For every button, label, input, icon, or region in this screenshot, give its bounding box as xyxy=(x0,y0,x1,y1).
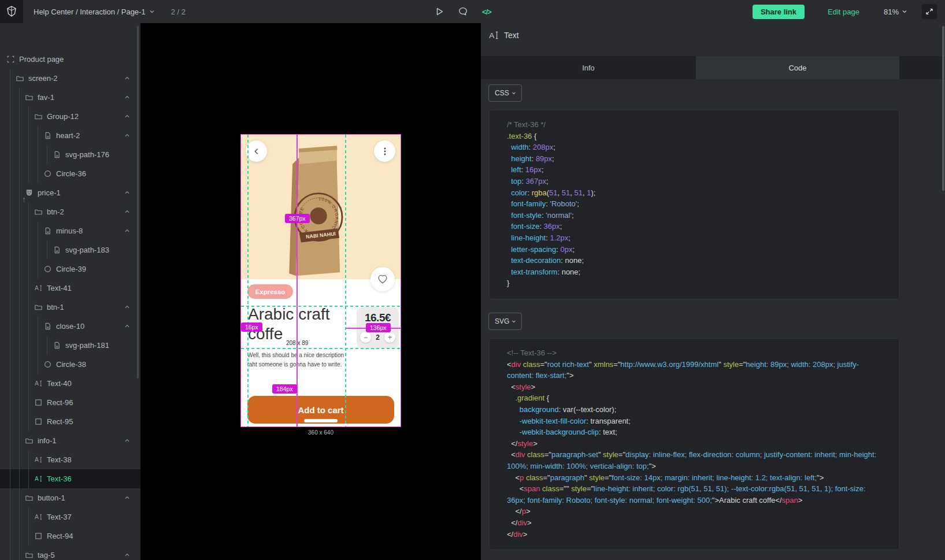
code-icon[interactable]: </> xyxy=(480,5,494,18)
sidebar-scrollbar[interactable] xyxy=(137,26,139,379)
code-line: <span class="" style="line-height: inher… xyxy=(507,483,885,506)
panel-title: Text xyxy=(504,31,519,40)
design-canvas[interactable]: 100% ORGANIC COLOMBIA COFFEE NABI NAHUI … xyxy=(140,23,481,560)
layer-row-Group-12[interactable]: Group-12 xyxy=(0,107,140,126)
tree-indent-line xyxy=(24,469,34,488)
text-icon: A xyxy=(34,474,43,484)
chevron-up-icon[interactable] xyxy=(123,303,132,312)
chevron-up-icon[interactable] xyxy=(123,207,132,217)
quantity-stepper: − 2 + xyxy=(357,332,399,343)
artboard-screen[interactable]: 100% ORGANIC COLOMBIA COFFEE NABI NAHUI … xyxy=(241,135,401,427)
chevron-up-icon[interactable] xyxy=(123,436,132,446)
product-title[interactable]: Arabic craft coffe xyxy=(248,305,350,343)
layer-row-tag-5[interactable]: tag-5 xyxy=(0,546,140,560)
tree-indent-line xyxy=(15,202,24,221)
folder-icon xyxy=(24,494,34,503)
folder-icon xyxy=(34,207,43,217)
layer-row-btn-1[interactable]: btn-1 xyxy=(0,298,140,317)
layer-row-Rect-95[interactable]: Rect-95 xyxy=(0,412,140,431)
layer-row-btn-2[interactable]: btn-2 xyxy=(0,202,140,221)
layer-row-svg-path-181[interactable]: svg-path-181 xyxy=(0,336,140,355)
breadcrumb[interactable]: Help Center / Interaction / Page-1 xyxy=(34,8,146,16)
layer-row-Text-40[interactable]: AText-40 xyxy=(0,374,140,393)
layer-row-heart-2[interactable]: heart-2 xyxy=(0,126,140,145)
chevron-up-icon[interactable] xyxy=(123,74,132,83)
layer-row-Rect-96[interactable]: Rect-96 xyxy=(0,393,140,412)
layer-row-fav-1[interactable]: fav-1 xyxy=(0,88,140,107)
tree-indent-line xyxy=(15,240,24,259)
css-language-select[interactable]: CSS xyxy=(488,84,522,102)
add-to-cart-button[interactable]: Add to cart xyxy=(247,396,394,424)
panel-scrollbar[interactable] xyxy=(942,26,944,191)
quantity-plus-button[interactable]: + xyxy=(384,332,395,343)
layer-row-Text-37[interactable]: AText-37 xyxy=(0,507,140,526)
app-logo-icon[interactable] xyxy=(0,0,23,23)
code-line: font-style: 'normal'; xyxy=(507,210,885,221)
layer-label: svg-path-181 xyxy=(65,341,109,350)
svg-language-select[interactable]: SVG xyxy=(488,313,522,330)
chevron-up-icon[interactable] xyxy=(123,131,132,140)
svg-text:A: A xyxy=(34,380,38,387)
tree-indent-line xyxy=(24,107,34,126)
layer-row-Text-38[interactable]: AText-38 xyxy=(0,450,140,469)
layer-row-info-1[interactable]: info-1 xyxy=(0,431,140,450)
chevron-up-icon[interactable] xyxy=(123,551,132,560)
layer-row-screen-2[interactable]: screen-2 xyxy=(0,69,140,88)
breadcrumb-chevron-down-icon[interactable] xyxy=(148,8,156,16)
code-line: color: rgba(51, 51, 51, 1); xyxy=(507,187,885,199)
layer-label: svg-path-183 xyxy=(65,246,109,254)
layer-row-svg-path-183[interactable]: svg-path-183 xyxy=(0,240,140,259)
layer-row-price-1[interactable]: price-1 xyxy=(0,183,140,202)
chevron-up-icon[interactable] xyxy=(123,112,132,121)
edit-page-link[interactable]: Edit page xyxy=(828,8,859,16)
folder-icon xyxy=(24,436,34,446)
quantity-minus-button[interactable]: − xyxy=(360,332,371,343)
svg-code-block: <!-- Text-36 --><div class="root rich-te… xyxy=(489,338,899,550)
more-menu-button[interactable] xyxy=(374,140,395,162)
favorite-button[interactable] xyxy=(370,267,395,291)
layer-row-button-1[interactable]: button-1 xyxy=(0,488,140,507)
layer-row-minus-8[interactable]: minus-8 xyxy=(0,221,140,240)
page-counter: 2 / 2 xyxy=(171,8,186,16)
chevron-up-icon[interactable] xyxy=(123,322,132,331)
code-line: height: 89px; xyxy=(507,153,885,165)
layer-label: screen-2 xyxy=(28,74,58,83)
code-line: } xyxy=(507,277,885,289)
tree-indent-line xyxy=(24,374,34,393)
layer-row-Text-36[interactable]: AText-36 xyxy=(0,469,140,488)
layer-row-Circle-39[interactable]: Circle-39 xyxy=(0,259,140,279)
chevron-up-icon[interactable] xyxy=(123,494,132,503)
layer-label: Text-41 xyxy=(47,284,72,292)
tab-code[interactable]: Code xyxy=(696,56,899,79)
layer-row-Circle-36[interactable]: Circle-36 xyxy=(0,164,140,183)
tab-info[interactable]: Info xyxy=(481,56,696,79)
layer-row-close-10[interactable]: close-10 xyxy=(0,317,140,336)
layer-row-Circle-38[interactable]: Circle-38 xyxy=(0,355,140,374)
tree-indent-line xyxy=(15,374,24,393)
chevron-up-icon[interactable] xyxy=(123,188,132,198)
layer-row-svg-path-176[interactable]: svg-path-176 xyxy=(0,145,140,164)
chevron-up-icon[interactable] xyxy=(123,93,132,102)
layer-row-Rect-94[interactable]: Rect-94 xyxy=(0,526,140,546)
back-button[interactable] xyxy=(246,140,267,162)
tree-indent-line xyxy=(6,450,15,469)
tree-indent-line xyxy=(24,412,34,431)
description-line-1: Well, this should be a nice description xyxy=(247,351,344,360)
tree-indent-line xyxy=(6,317,15,336)
play-icon[interactable] xyxy=(432,5,446,18)
code-line: <!-- Text-36 --> xyxy=(507,347,885,359)
product-description: Well, this should be a nice description … xyxy=(247,351,344,369)
tree-indent-line xyxy=(6,145,15,164)
text-icon: A xyxy=(34,513,43,522)
layer-label: Text-37 xyxy=(47,513,72,521)
chevron-up-icon[interactable] xyxy=(123,227,132,236)
tree-indent-line xyxy=(24,221,34,240)
share-link-button[interactable]: Share link xyxy=(753,5,805,19)
code-line: line-height: 1.2px; xyxy=(507,232,885,244)
layer-row-Text-41[interactable]: AText-41 xyxy=(0,279,140,298)
zoom-control[interactable]: 81% xyxy=(884,8,908,16)
comment-icon[interactable] xyxy=(456,5,470,18)
svg-text:A: A xyxy=(34,476,38,482)
fullscreen-icon[interactable] xyxy=(922,4,937,19)
layer-row-Product page[interactable]: Product page xyxy=(0,50,140,69)
